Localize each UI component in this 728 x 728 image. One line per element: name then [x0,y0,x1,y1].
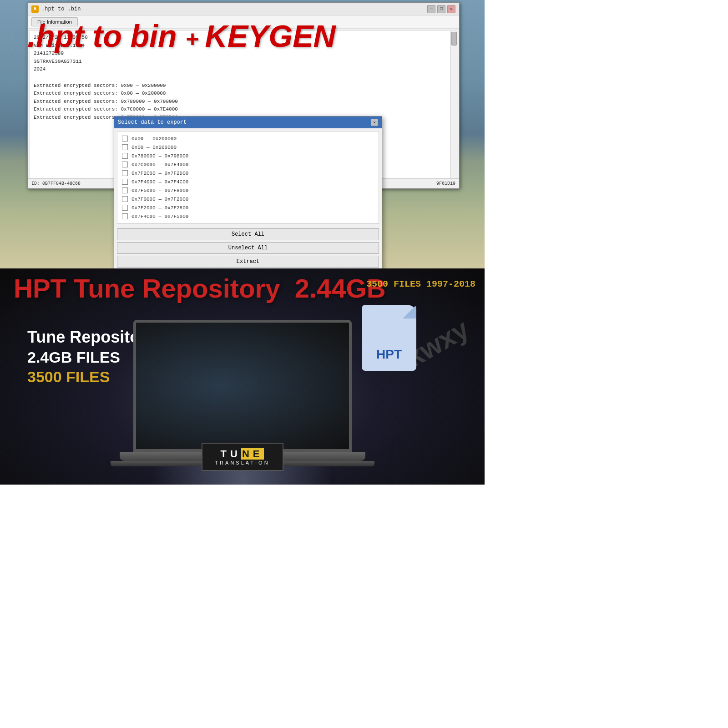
list-item-label-8: 0x7F0000 — 0x7F2000 [131,197,188,202]
list-item-label-10: 0x7F4C00 — 0x7F5000 [131,214,188,219]
checkbox-1[interactable] [122,136,128,142]
list-item-label-3: 0x780000 — 0x798000 [131,153,188,159]
list-item-label-5: 0x7F2C00 — 0x7F2D00 [131,171,188,176]
scrollbar[interactable] [450,31,457,180]
dialog-buttons: Select All Unselect All Extract [114,227,382,268]
list-item: 0x780000 — 0x798000 [120,152,376,160]
scrollbar-thumb[interactable] [451,32,457,46]
unselect-all-button[interactable]: Unselect All [117,242,379,254]
files-tag: 3500 FILES 1997-2018 [366,278,475,291]
checkbox-10[interactable] [122,213,128,219]
app-icon: H [31,5,39,13]
dialog-title: Select data to export [118,119,187,126]
tune-logo: TUNE TRANSLATION [202,443,283,471]
hpt-label: HPT [376,347,402,362]
checkbox-8[interactable] [122,196,128,202]
list-item: 0x7F4000 — 0x7F4C00 [120,177,376,186]
checkbox-5[interactable] [122,170,128,176]
overlay-plus: + [185,26,205,52]
tune-logo-bottom: TRANSLATION [212,460,273,465]
list-item: 0x7F2C00 — 0x7F2D00 [120,169,376,177]
file-year: 2024 [34,66,453,74]
list-item-label-9: 0x7F2000 — 0x7F2800 [131,205,188,211]
list-item-label-4: 0x7C0000 — 0x7E4000 [131,162,188,167]
extract-line-4: Extracted encrypted sectors: 0x7C0000 — … [34,106,453,114]
app-title-left: H .hpt to .bin [31,5,81,13]
checkbox-3[interactable] [122,153,128,159]
laptop-screen [133,320,352,452]
dialog-list: 0x00 — 0x200000 0x00 — 0x200000 0x780000… [117,131,379,224]
minimize-button[interactable]: — [427,5,435,13]
tune-ne: NE [241,448,264,460]
checkbox-6[interactable] [122,179,128,185]
top-section: H .hpt to .bin — □ ✕ File Information 20… [0,0,485,268]
checkbox-7[interactable] [122,187,128,193]
status-id-left: ID: 0B7FF84B-48C68 [31,181,81,186]
select-all-button[interactable]: Select All [117,228,379,240]
extract-button[interactable]: Extract [117,256,379,268]
app-title-text: .hpt to .bin [41,6,81,12]
dialog-titlebar: Select data to export ✕ [114,116,382,128]
laptop-screen-inner [136,323,349,449]
tune-logo-box: TUNE TRANSLATION [202,443,283,471]
extract-line-3: Extracted encrypted sectors: 0x780000 — … [34,98,453,106]
list-item: 0x7F0000 — 0x7F2000 [120,195,376,203]
repo-title: HPT Tune Repository [14,273,280,303]
tune-tu: TU [221,448,241,460]
extract-line-1: Extracted encrypted sectors: 0x00 — 0x20… [34,82,453,90]
checkbox-2[interactable] [122,144,128,150]
list-item: 0x7F5000 — 0x7F8000 [120,186,376,195]
list-item-label-7: 0x7F5000 — 0x7F8000 [131,188,188,193]
extract-line-2: Extracted encrypted sectors: 0x00 — 0x20… [34,90,453,98]
list-item-label-1: 0x00 — 0x200000 [131,136,177,142]
list-item: 0x7C0000 — 0x7E4000 [120,160,376,169]
list-item-label-6: 0x7F4000 — 0x7F4C00 [131,179,188,185]
status-id-right: 9F61D19 [436,181,455,186]
maximize-button[interactable]: □ [437,5,445,13]
overlay-main: .hpt to bin [27,19,177,53]
list-item-label-2: 0x00 — 0x200000 [131,145,177,150]
app-titlebar: H .hpt to .bin — □ ✕ [28,3,459,15]
list-item: 0x00 — 0x200000 [120,143,376,152]
close-button[interactable]: ✕ [447,5,455,13]
window-controls: — □ ✕ [427,5,455,13]
checkbox-4[interactable] [122,162,128,167]
overlay-keygen: KEYGEN [205,19,336,53]
checkbox-9[interactable] [122,205,128,211]
file-id2: 3GTRKVE30AG37311 [34,58,453,66]
bottom-section: HPT Tune Repository 2.44GB 3500 FILES 19… [0,268,485,485]
hpt-file-corner [403,305,416,318]
overlay-title: .hpt to bin + KEYGEN [27,20,336,51]
dialog-close-button[interactable]: ✕ [371,119,378,126]
list-item: 0x00 — 0x200000 [120,134,376,143]
dialog-box: Select data to export ✕ 0x00 — 0x200000 … [114,116,382,268]
tune-logo-top: TUNE [212,448,273,460]
list-item: 0x7F4C00 — 0x7F5000 [120,212,376,221]
list-item: 0x7F2000 — 0x7F2800 [120,203,376,212]
